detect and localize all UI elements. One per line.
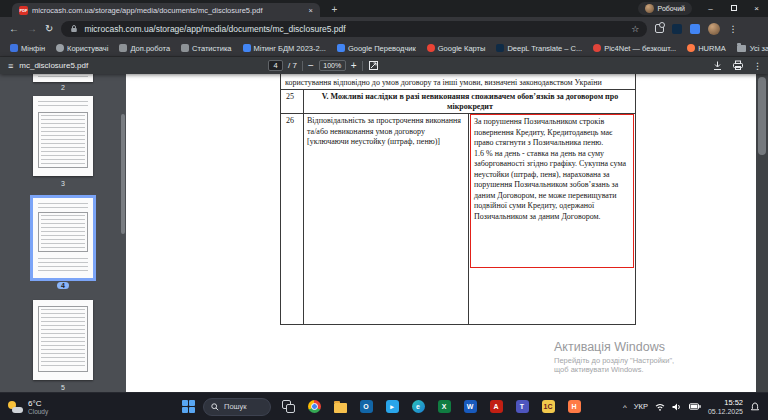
battery-icon[interactable]: [689, 403, 701, 410]
file-explorer-icon[interactable]: [331, 398, 349, 416]
browser-tab-strip: PDF microcash.com.ua/storage/app/media/d…: [0, 0, 768, 17]
hurma-icon[interactable]: H: [565, 398, 583, 416]
page-total: / 7: [288, 61, 297, 70]
sidebar-scrollbar-thumb[interactable]: [121, 114, 125, 234]
acrobat-icon[interactable]: A: [487, 398, 505, 416]
forward-icon: →: [27, 24, 37, 34]
new-tab-button[interactable]: +: [328, 3, 341, 16]
clock[interactable]: 15:52 05.12.2025: [708, 398, 743, 416]
bookmark-item[interactable]: Pic4Net — безкошт...: [593, 44, 676, 53]
browser-tab[interactable]: PDF microcash.com.ua/storage/app/media/d…: [12, 3, 320, 17]
all-bookmarks-button[interactable]: Усі закладки: [737, 44, 768, 53]
profile-chip[interactable]: Робочий: [638, 2, 692, 15]
bookmark-favicon: [181, 44, 189, 52]
vertical-scrollbar[interactable]: [756, 74, 768, 392]
bookmark-item[interactable]: Мітинг БДМ 2023-2...: [243, 44, 326, 53]
bookmark-item[interactable]: Мінфін: [10, 44, 45, 53]
tab-close-icon[interactable]: ×: [309, 6, 313, 15]
reload-icon[interactable]: ↻: [45, 24, 53, 34]
close-window-button[interactable]: ×: [745, 0, 768, 16]
bookmark-item[interactable]: HURMA: [687, 44, 726, 53]
bookmark-item[interactable]: Статистика: [181, 44, 231, 53]
download-icon[interactable]: [712, 60, 723, 71]
bookmark-star-icon[interactable]: ☆: [631, 24, 639, 34]
bookmark-item[interactable]: DeepL Translate – C...: [496, 44, 582, 53]
fit-page-icon[interactable]: [368, 60, 379, 71]
page-thumbnail[interactable]: [33, 96, 93, 176]
bookmark-item[interactable]: Google Карты: [427, 44, 486, 53]
bookmark-favicon: [56, 44, 64, 52]
lock-icon[interactable]: [69, 24, 79, 33]
red-annotation-box: За порушення Позичальником строків повер…: [470, 114, 634, 268]
translate-extension-icon[interactable]: [690, 24, 700, 34]
weather-widget[interactable]: 6°C Cloudy: [0, 393, 56, 420]
bookmarks-bar: Мінфін Користувачі Доп.робота Статистика…: [0, 40, 768, 57]
deepl-extension-icon[interactable]: [672, 24, 682, 34]
edge-icon[interactable]: e: [409, 398, 427, 416]
search-label: Пошук: [224, 402, 247, 411]
divider: [362, 61, 363, 71]
bookmark-favicon: [337, 44, 345, 52]
bookmark-favicon: [593, 44, 601, 52]
scrollbar-thumb[interactable]: [758, 77, 766, 155]
page-sketch: [41, 309, 85, 369]
zoom-in-icon[interactable]: +: [351, 60, 357, 71]
desktop: { "tab_strip": { "tab_title": "microcash…: [0, 0, 768, 420]
word-icon[interactable]: W: [461, 398, 479, 416]
table-border: [303, 89, 304, 325]
page-controls: / 7 − 100% +: [268, 57, 379, 74]
profile-avatar: [645, 4, 654, 13]
bookmark-favicon: [119, 44, 127, 52]
pdf-more-icon[interactable]: ⋮: [753, 61, 762, 71]
print-icon[interactable]: [732, 60, 744, 71]
table-border: [468, 113, 469, 325]
weather-condition: Cloudy: [28, 408, 48, 415]
url-input[interactable]: microcash.com.ua/storage/app/media/docum…: [61, 21, 647, 37]
back-icon[interactable]: ←: [9, 24, 19, 34]
page-thumbnail[interactable]: [33, 74, 93, 82]
start-button[interactable]: [182, 400, 195, 413]
wifi-icon[interactable]: [655, 403, 665, 411]
weather-icon: [8, 400, 23, 414]
profile-label: Робочий: [658, 5, 685, 12]
bookmark-item[interactable]: Доп.робота: [119, 44, 170, 53]
chrome-icon[interactable]: [305, 398, 323, 416]
outlook-icon[interactable]: O: [357, 398, 375, 416]
browser-menu-icon[interactable]: ⋮: [728, 24, 737, 34]
system-tray: ^ УКР 15:52 05.12.2025: [623, 393, 768, 420]
section-header: V. Можливі наслідки в разі невиконання с…: [307, 92, 633, 112]
zoom-out-icon[interactable]: −: [308, 60, 314, 71]
taskbar: 6°C Cloudy Пошук O ▸ e X W A T 1С H ^ УК…: [0, 392, 768, 420]
disclosure-table: користування відповідно до умов договору…: [280, 74, 636, 325]
browser-actions: ⋮: [655, 23, 737, 35]
pdf-filename: mc_disclosure5.pdf: [19, 61, 88, 70]
extensions-puzzle-icon[interactable]: [655, 24, 664, 33]
thumbnail-page-number: 2: [0, 84, 126, 91]
bookmark-item[interactable]: Google Переводчик: [337, 44, 416, 53]
minimize-button[interactable]: –: [699, 0, 722, 16]
address-bar: ← → ↻ microcash.com.ua/storage/app/media…: [0, 17, 768, 40]
page-sketch: [38, 74, 88, 80]
telegram-icon[interactable]: ▸: [383, 398, 401, 416]
penalty-paragraph: 1.6 % на день - ставка на день на суму з…: [474, 149, 630, 223]
maximize-button[interactable]: [722, 0, 745, 16]
hidden-icons-chevron[interactable]: ^: [623, 403, 627, 412]
notifications-bell-icon[interactable]: [750, 402, 760, 412]
thumbnail-page-number-selected: 4: [0, 282, 126, 289]
volume-icon[interactable]: [672, 403, 682, 411]
teams-icon[interactable]: T: [513, 398, 531, 416]
excel-icon[interactable]: X: [435, 398, 453, 416]
taskbar-center: Пошук O ▸ e X W A T 1С H: [182, 393, 583, 420]
page-number-input[interactable]: [268, 60, 283, 71]
browser-profile-avatar[interactable]: [708, 23, 720, 35]
language-indicator[interactable]: УКР: [634, 402, 648, 411]
pdf-menu-icon[interactable]: ≡: [8, 61, 13, 71]
page-thumbnail-selected[interactable]: [33, 198, 93, 278]
bookmark-item[interactable]: Користувачі: [56, 44, 108, 53]
page-thumbnail[interactable]: [33, 300, 93, 380]
zoom-level[interactable]: 100%: [319, 60, 346, 71]
search-box[interactable]: Пошук: [203, 398, 271, 416]
task-view-icon[interactable]: [279, 398, 297, 416]
penalty-paragraph: За порушення Позичальником строків повер…: [474, 117, 630, 149]
1c-icon[interactable]: 1С: [539, 398, 557, 416]
